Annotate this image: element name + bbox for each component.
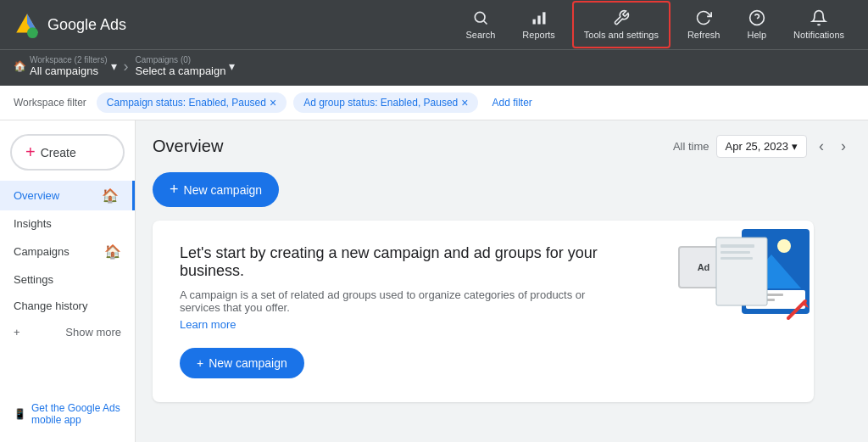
overview-home-icon: 🏠 bbox=[102, 187, 119, 204]
campaigns-home-icon: 🏠 bbox=[104, 243, 121, 260]
sidebar-footer-app[interactable]: 📱 Get the Google Ads mobile app bbox=[0, 395, 135, 433]
create-label: Create bbox=[41, 146, 76, 159]
sidebar: + Create Overview 🏠 Insights Campaigns 🏠… bbox=[0, 120, 136, 442]
filter-bar: Workspace filter Campaign status: Enable… bbox=[0, 86, 868, 120]
ad-illustration: Ad bbox=[661, 221, 814, 402]
nav-search-label: Search bbox=[465, 30, 495, 40]
svg-rect-21 bbox=[721, 257, 753, 260]
nav-search[interactable]: Search bbox=[455, 3, 505, 47]
nav-reports[interactable]: Reports bbox=[512, 3, 565, 47]
sidebar-show-more[interactable]: + Show more bbox=[0, 319, 135, 345]
date-dropdown-icon: ▾ bbox=[792, 140, 798, 153]
nav-refresh[interactable]: Refresh bbox=[677, 3, 731, 47]
campaign-status-chip-label: Campaign status: Enabled, Paused bbox=[107, 97, 266, 109]
show-more-plus-icon: + bbox=[14, 326, 20, 338]
chip-close-icon-2[interactable]: × bbox=[461, 96, 468, 109]
learn-more-link[interactable]: Learn more bbox=[180, 318, 236, 331]
promo-btn-label: New campaign bbox=[209, 356, 287, 370]
overview-label: Overview bbox=[14, 189, 59, 202]
nav-help-label: Help bbox=[747, 30, 766, 40]
mobile-icon: 📱 bbox=[14, 408, 26, 420]
breadcrumb-bar: 🏠 Workspace (2 filters) All campaigns ▾ … bbox=[0, 49, 868, 86]
svg-rect-5 bbox=[532, 20, 535, 25]
date-picker[interactable]: Apr 25, 2023 ▾ bbox=[716, 135, 807, 158]
sidebar-item-campaigns[interactable]: Campaigns 🏠 bbox=[0, 237, 135, 266]
sidebar-item-insights[interactable]: Insights bbox=[0, 210, 135, 237]
insights-label: Insights bbox=[14, 217, 52, 230]
footer-app-label: Get the Google Ads mobile app bbox=[31, 402, 121, 426]
campaigns-dropdown-arrow[interactable]: ▾ bbox=[229, 59, 235, 73]
promo-btn-plus-icon: + bbox=[197, 356, 203, 370]
date-value: Apr 25, 2023 bbox=[726, 140, 788, 153]
date-range-label: All time bbox=[673, 140, 709, 153]
search-icon bbox=[472, 9, 489, 26]
date-next-button[interactable]: › bbox=[836, 134, 851, 159]
campaigns-nav-label: Campaigns bbox=[14, 245, 70, 258]
add-filter-label: Add filter bbox=[492, 97, 531, 109]
workspace-filter-label: Workspace (2 filters) bbox=[30, 55, 108, 64]
nav-help[interactable]: Help bbox=[737, 3, 776, 47]
sidebar-item-change-history[interactable]: Change history bbox=[0, 293, 135, 319]
date-filter-area: All time Apr 25, 2023 ▾ ‹ › bbox=[673, 134, 851, 159]
svg-rect-6 bbox=[537, 16, 540, 25]
svg-rect-20 bbox=[721, 251, 750, 254]
help-icon bbox=[748, 9, 765, 26]
nav-tools[interactable]: Tools and settings bbox=[572, 1, 670, 48]
svg-point-2 bbox=[27, 27, 38, 38]
ad-illustration-svg bbox=[704, 221, 814, 331]
svg-point-12 bbox=[777, 239, 791, 253]
new-campaign-plus-icon: + bbox=[170, 181, 179, 199]
nav-refresh-label: Refresh bbox=[687, 30, 721, 40]
logo: Google Ads bbox=[14, 11, 126, 38]
promo-title: Let's start by creating a new campaign a… bbox=[180, 244, 620, 280]
campaign-select-name: Select a campaign bbox=[136, 64, 226, 77]
google-ads-logo-icon bbox=[14, 11, 41, 38]
home-small-icon: 🏠 bbox=[14, 60, 26, 72]
svg-rect-7 bbox=[542, 12, 545, 24]
campaign-status-filter-chip[interactable]: Campaign status: Enabled, Paused × bbox=[97, 92, 287, 113]
reports-icon bbox=[531, 9, 548, 26]
workspace-name: All campaigns bbox=[30, 64, 108, 77]
change-history-label: Change history bbox=[14, 299, 87, 312]
ad-group-status-chip-label: Ad group status: Enabled, Paused bbox=[303, 97, 458, 109]
sidebar-item-overview[interactable]: Overview 🏠 bbox=[0, 181, 135, 210]
svg-point-3 bbox=[475, 12, 485, 22]
main-layout: + Create Overview 🏠 Insights Campaigns 🏠… bbox=[0, 120, 868, 442]
svg-line-4 bbox=[484, 21, 487, 25]
add-filter-button[interactable]: Add filter bbox=[485, 93, 538, 112]
chip-close-icon[interactable]: × bbox=[270, 96, 276, 109]
nav-tools-label: Tools and settings bbox=[584, 30, 659, 40]
settings-label: Settings bbox=[14, 273, 53, 286]
sidebar-item-settings[interactable]: Settings bbox=[0, 266, 135, 293]
show-more-label: Show more bbox=[65, 326, 121, 338]
nav-notifications-label: Notifications bbox=[793, 30, 844, 40]
breadcrumb-campaigns[interactable]: Campaigns (0) Select a campaign ▾ bbox=[136, 55, 236, 77]
filter-bar-label: Workspace filter bbox=[14, 97, 86, 109]
create-button[interactable]: + Create bbox=[10, 134, 125, 171]
svg-rect-19 bbox=[721, 244, 754, 248]
refresh-icon bbox=[695, 9, 712, 26]
main-content: Overview All time Apr 25, 2023 ▾ ‹ › + N… bbox=[136, 120, 868, 442]
overview-header: Overview All time Apr 25, 2023 ▾ ‹ › bbox=[153, 134, 851, 159]
new-campaign-button-top[interactable]: + New campaign bbox=[153, 172, 279, 207]
date-prev-button[interactable]: ‹ bbox=[814, 134, 829, 159]
new-campaign-button-card[interactable]: + New campaign bbox=[180, 348, 304, 378]
top-nav: Google Ads Search Reports Tools and sett… bbox=[0, 0, 868, 49]
workspace-dropdown-arrow[interactable]: ▾ bbox=[111, 59, 117, 73]
wrench-icon bbox=[613, 9, 630, 26]
logo-text: Google Ads bbox=[47, 16, 126, 34]
breadcrumb-workspace[interactable]: 🏠 Workspace (2 filters) All campaigns ▾ bbox=[14, 55, 117, 77]
campaigns-label: Campaigns (0) bbox=[136, 55, 226, 64]
overview-title: Overview bbox=[153, 137, 223, 156]
nav-reports-label: Reports bbox=[522, 30, 555, 40]
ad-group-status-filter-chip[interactable]: Ad group status: Enabled, Paused × bbox=[293, 92, 478, 113]
promo-description: A campaign is a set of related ad groups… bbox=[180, 288, 620, 314]
bell-icon bbox=[810, 9, 827, 26]
promo-card: Let's start by creating a new campaign a… bbox=[153, 221, 814, 402]
breadcrumb-separator: › bbox=[124, 58, 129, 76]
create-plus-icon: + bbox=[25, 143, 36, 162]
nav-notifications[interactable]: Notifications bbox=[783, 3, 854, 47]
new-campaign-btn-label: New campaign bbox=[184, 183, 263, 197]
